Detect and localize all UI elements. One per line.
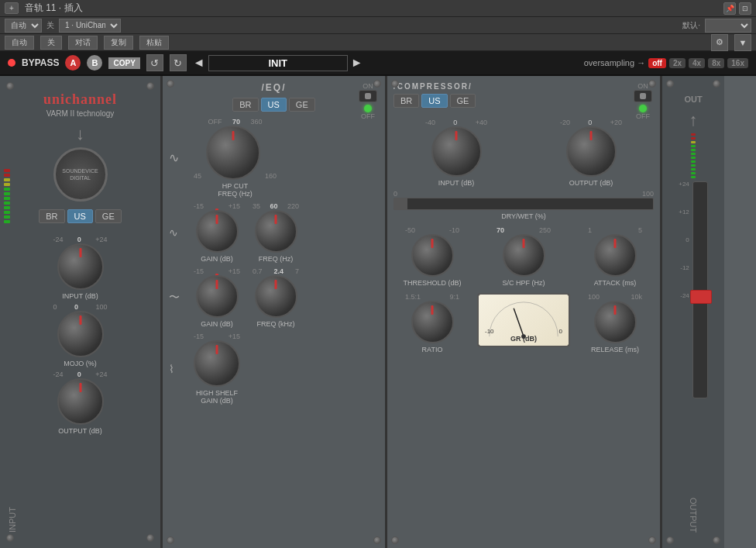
eq-led bbox=[364, 105, 372, 112]
expand-icon[interactable]: ⊡ bbox=[739, 2, 751, 15]
hs-gain-max: +15 bbox=[229, 333, 240, 340]
bypass-dot bbox=[8, 59, 15, 67]
right-screw-bl bbox=[666, 536, 674, 544]
os-8x-btn[interactable]: 8x bbox=[708, 58, 724, 68]
comp-input-knob[interactable] bbox=[431, 126, 482, 177]
threshold-max: -10 bbox=[449, 226, 459, 234]
comp-input-max: +40 bbox=[476, 119, 487, 126]
hp-freq-knob[interactable] bbox=[206, 126, 260, 180]
mid2-gain-knob[interactable] bbox=[196, 275, 239, 318]
off-btn[interactable]: 关 bbox=[40, 36, 62, 50]
track-select[interactable]: 1 · UniChannel bbox=[59, 19, 121, 33]
mid1-wave-icon: ∿ bbox=[169, 226, 187, 239]
comp-mode-btns: BR US GE bbox=[393, 94, 476, 108]
mojo-knob[interactable] bbox=[57, 311, 104, 357]
right-screw-br bbox=[713, 536, 720, 544]
preset-prev-btn[interactable]: ◄ bbox=[193, 56, 205, 70]
fader-section: +24 +12 0 -12 -24 bbox=[679, 181, 708, 398]
paste-btn[interactable]: 粘贴 bbox=[139, 36, 169, 50]
auto-btn[interactable]: 自动 bbox=[5, 36, 34, 50]
mid2-wave-icon: 〜 bbox=[169, 291, 187, 305]
fader-handle[interactable] bbox=[690, 290, 712, 304]
attack-knob[interactable] bbox=[594, 234, 637, 277]
copy-btn[interactable]: 复制 bbox=[104, 36, 133, 50]
eq-mode-br[interactable]: BR bbox=[232, 98, 258, 112]
comp-output-label: OUTPUT (dB) bbox=[569, 179, 613, 187]
vu-g2 bbox=[691, 149, 696, 151]
mid1-freq-knob[interactable] bbox=[255, 210, 297, 253]
attack-min: 1 bbox=[588, 226, 592, 234]
comp-output-container: -20 0 +20 OUTPUT (dB) bbox=[560, 119, 622, 187]
output-knob[interactable] bbox=[57, 378, 104, 425]
eq-toggle[interactable] bbox=[359, 90, 377, 102]
sc-hpf-max: 250 bbox=[539, 226, 551, 234]
threshold-knob[interactable] bbox=[411, 234, 454, 277]
preset-name-input[interactable] bbox=[208, 55, 348, 71]
redo-btn[interactable]: ↻ bbox=[170, 54, 187, 71]
vu-g1 bbox=[691, 145, 696, 147]
eq-mode-us[interactable]: US bbox=[261, 98, 287, 112]
ab-btn-b[interactable]: B bbox=[87, 55, 102, 71]
release-knob[interactable] bbox=[594, 301, 637, 343]
mid2-freq-knob[interactable] bbox=[255, 275, 297, 318]
drywet-label: DRY/WET (%) bbox=[393, 212, 654, 220]
settings-gear[interactable]: ⚙ bbox=[711, 34, 728, 51]
comp-mode-br[interactable]: BR bbox=[393, 94, 419, 108]
os-off-btn[interactable]: off bbox=[648, 58, 666, 68]
mode-br-btn[interactable]: BR bbox=[39, 209, 64, 223]
fader-track[interactable] bbox=[692, 181, 708, 398]
default-select[interactable] bbox=[705, 19, 751, 33]
copy-preset-btn[interactable]: COPY bbox=[108, 57, 139, 69]
mode-us-btn[interactable]: US bbox=[67, 209, 93, 223]
auto-select[interactable]: 自动 bbox=[5, 19, 42, 33]
hs-gain-knob[interactable] bbox=[194, 340, 240, 387]
mid1-gain-knob[interactable] bbox=[196, 210, 239, 253]
os-4x-btn[interactable]: 4x bbox=[689, 58, 705, 68]
vu-g9 bbox=[691, 176, 696, 178]
settings-arrow[interactable]: ▼ bbox=[734, 34, 751, 51]
comp-output-max: +20 bbox=[610, 119, 622, 126]
comp-top-knobs: -40 0 +40 INPUT (dB) -20 0 +20 OUTP bbox=[393, 119, 654, 187]
os-2x-btn[interactable]: 2x bbox=[669, 58, 686, 68]
up-arrow-icon: ↑ bbox=[689, 110, 698, 130]
vu-strip-left bbox=[4, 169, 13, 223]
dialog-btn[interactable]: 对话 bbox=[68, 36, 98, 50]
input-knob[interactable] bbox=[57, 243, 104, 290]
comp-off-label: OFF bbox=[636, 112, 650, 120]
pin-icon[interactable]: 📌 bbox=[723, 2, 736, 15]
comp-mode-ge[interactable]: GE bbox=[450, 94, 476, 108]
preset-next-btn[interactable]: ► bbox=[351, 56, 363, 70]
vu-led-r2 bbox=[4, 174, 10, 177]
vu-right-strip bbox=[691, 133, 696, 178]
output-value: 0 bbox=[77, 371, 81, 378]
input-knob-section: -24 0 +24 INPUT (dB) bbox=[53, 236, 108, 300]
hs-gain-label: HIGH SHELF GAIN (dB) bbox=[196, 389, 238, 405]
plugin-body: unichannel VARM II technology ↓ SOUNDEVI… bbox=[0, 76, 756, 548]
vu-led-g2 bbox=[4, 192, 10, 195]
ab-btn-a[interactable]: A bbox=[65, 55, 81, 71]
vu-led-g7 bbox=[4, 215, 10, 219]
undo-btn[interactable]: ↺ bbox=[146, 54, 163, 71]
comp-input-container: -40 0 +40 INPUT (dB) bbox=[425, 119, 487, 187]
release-max: 10k bbox=[631, 293, 642, 301]
gr-meter: -10 0 GR (dB) bbox=[477, 293, 570, 347]
daw-add-btn[interactable]: + bbox=[5, 2, 19, 14]
bypass-label: BYPASS bbox=[22, 57, 59, 68]
comp-toggle[interactable] bbox=[634, 90, 652, 102]
hp-scale-off: OFF bbox=[208, 118, 222, 126]
os-16x-btn[interactable]: 16x bbox=[727, 58, 748, 68]
input-value: 0 bbox=[77, 236, 81, 243]
sc-hpf-knob[interactable] bbox=[503, 234, 545, 277]
db-plus12: +12 bbox=[679, 209, 689, 215]
vu-led-g8 bbox=[4, 220, 10, 223]
comp-bottom-grid: -50 -10 THRESHOLD (dB) 70 250 S/C HPF (H… bbox=[393, 226, 654, 353]
comp-mode-us[interactable]: US bbox=[421, 94, 447, 108]
mode-ge-btn[interactable]: GE bbox=[95, 209, 122, 223]
eq-mode-ge[interactable]: GE bbox=[289, 98, 315, 112]
ratio-knob[interactable] bbox=[411, 301, 454, 343]
gr-scale-m10: -10 bbox=[485, 328, 494, 335]
hp-freq-val: 70 bbox=[232, 118, 240, 126]
drywet-slider[interactable] bbox=[393, 198, 654, 210]
comp-output-knob[interactable] bbox=[566, 126, 617, 177]
down-arrow-icon: ↓ bbox=[76, 124, 84, 144]
